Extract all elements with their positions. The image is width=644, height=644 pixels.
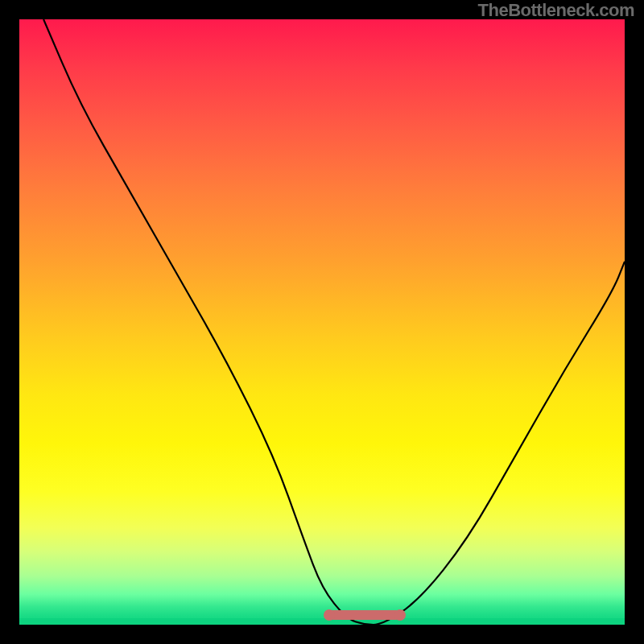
chart-plot-area: [19, 19, 625, 625]
optimal-range-marker: [328, 610, 401, 620]
bottleneck-curve-line: [43, 19, 625, 625]
watermark-text: TheBottleneck.com: [478, 0, 634, 21]
optimal-range-start-dot: [324, 609, 335, 621]
optimal-range-end-dot: [394, 609, 406, 621]
chart-curve-svg: [19, 19, 625, 625]
